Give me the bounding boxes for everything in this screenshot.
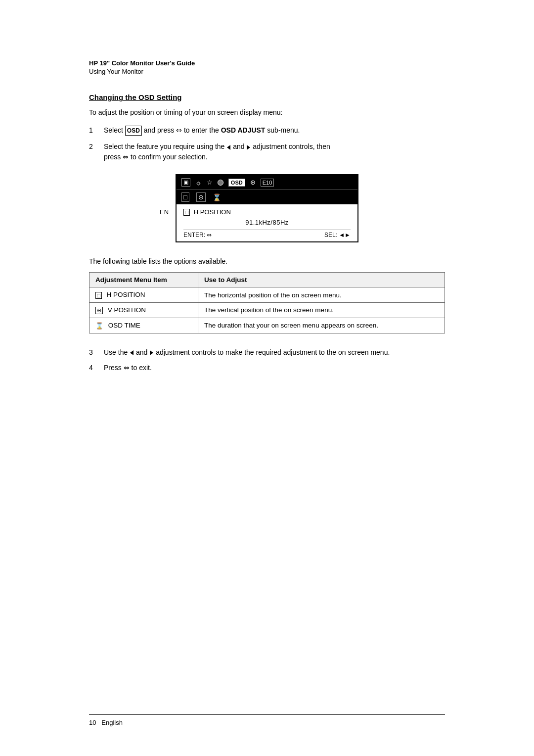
table-cell-v-position-label: ⊝ V POSITION: [89, 302, 198, 318]
osd-icon-circle: [218, 180, 223, 186]
h-position-icon: □: [95, 292, 102, 299]
osd-badge: OSD: [125, 126, 142, 136]
step-number-4: 4: [89, 363, 104, 373]
osd-sub-icon-3: ⌛: [213, 193, 221, 201]
osd-content-area: □ H POSITION 91.1kHz/85Hz ENTER: ⇔ SEL: …: [177, 204, 357, 241]
osd-sel-label: SEL: ◄►: [324, 232, 351, 238]
following-text: The following table lists the options av…: [89, 257, 445, 265]
left-arrow-icon: [227, 145, 230, 150]
step-2-content: Select the feature you require using the…: [104, 142, 445, 162]
table-cell-osd-time-desc: The duration that your on screen menu ap…: [198, 318, 445, 333]
intro-paragraph: To adjust the position or timing of your…: [89, 108, 445, 116]
osd-sub-icon-2: ⊝: [196, 192, 206, 202]
step-3: 3 Use the and adjustment controls to mak…: [89, 347, 445, 358]
step-2: 2 Select the feature you require using t…: [89, 142, 445, 162]
left-arrow-icon-2: [130, 350, 134, 355]
adjustment-table: Adjustment Menu Item Use to Adjust □ H P…: [89, 272, 445, 333]
step-number-2: 2: [89, 142, 104, 152]
osd-screenshot-container: EN ▣ ☼ ☆ OSD ⊕ E10 □ ⊝ ⌛: [89, 174, 445, 242]
osd-icon-monitor: ▣: [181, 178, 190, 187]
step-number-3: 3: [89, 347, 104, 358]
section-heading: Changing the OSD Setting: [89, 93, 445, 101]
enter-arrow-3: ⇔: [124, 364, 130, 372]
osd-footer-bar: ENTER: ⇔ SEL: ◄►: [183, 229, 351, 238]
page-number: 10: [89, 719, 96, 726]
footer-text: 10 English: [89, 719, 445, 726]
table-row: ⌛ OSD TIME The duration that your on scr…: [89, 318, 445, 333]
osd-h-position-row: □ H POSITION: [183, 208, 351, 216]
step-4: 4 Press ⇔ to exit.: [89, 363, 445, 373]
step-4-content: Press ⇔ to exit.: [104, 363, 445, 373]
right-arrow-icon-2: [150, 350, 153, 355]
osd-enter-label: ENTER: ⇔: [183, 232, 212, 238]
osd-icon-star: ☆: [207, 179, 213, 186]
page-footer: 10 English: [0, 714, 534, 726]
osd-h-position-text: H POSITION: [194, 208, 231, 216]
osd-time-icon: ⌛: [95, 322, 103, 330]
table-row: □ H POSITION The horizontal position of …: [89, 287, 445, 302]
chapter-subtitle: Using Your Monitor: [89, 68, 445, 75]
osd-screen: ▣ ☼ ☆ OSD ⊕ E10 □ ⊝ ⌛ □: [176, 174, 358, 242]
table-cell-v-position-desc: The vertical position of the on screen m…: [198, 302, 445, 318]
table-cell-osd-time-label: ⌛ OSD TIME: [89, 318, 198, 333]
osd-submenu-bar: □ ⊝ ⌛: [177, 190, 357, 204]
step-1: 1 Select OSD and press ⇔ to enter the OS…: [89, 125, 445, 136]
step-1-content: Select OSD and press ⇔ to enter the OSD …: [104, 125, 445, 136]
osd-top-bar: ▣ ☼ ☆ OSD ⊕ E10: [177, 175, 357, 190]
table-header-row: Adjustment Menu Item Use to Adjust: [89, 273, 445, 287]
col2-header: Use to Adjust: [198, 273, 445, 287]
enter-arrow-1: ⇔: [176, 126, 182, 134]
osd-icon-power: ⊕: [250, 179, 256, 186]
step-number: 1: [89, 125, 104, 136]
footer-divider: [89, 714, 445, 715]
v-position-icon: ⊝: [95, 307, 103, 314]
document-title: HP 19" Color Monitor User's Guide: [89, 59, 445, 67]
table-cell-h-position-desc: The horizontal position of the on screen…: [198, 287, 445, 302]
osd-frequency: 91.1kHz/85Hz: [183, 219, 351, 226]
osd-icon-e10: E10: [261, 179, 274, 187]
osd-h-icon: □: [183, 209, 190, 216]
col1-header: Adjustment Menu Item: [89, 273, 198, 287]
osd-left-label: EN: [160, 208, 169, 216]
osd-adjust-label: OSD ADJUST: [221, 126, 266, 134]
right-arrow-icon: [247, 145, 250, 150]
bottom-steps-list: 3 Use the and adjustment controls to mak…: [89, 347, 445, 373]
osd-icon-brightness: ☼: [195, 179, 202, 187]
step-3-content: Use the and adjustment controls to make …: [104, 347, 445, 358]
enter-arrow-2: ⇔: [123, 153, 129, 161]
table-row: ⊝ V POSITION The vertical position of th…: [89, 302, 445, 318]
steps-list: 1 Select OSD and press ⇔ to enter the OS…: [89, 125, 445, 162]
osd-sub-icon-1: □: [181, 192, 189, 202]
osd-icon-osd: OSD: [228, 179, 245, 187]
table-cell-h-position-label: □ H POSITION: [89, 287, 198, 302]
header-section: HP 19" Color Monitor User's Guide Using …: [89, 59, 445, 75]
language-label: English: [101, 719, 123, 726]
